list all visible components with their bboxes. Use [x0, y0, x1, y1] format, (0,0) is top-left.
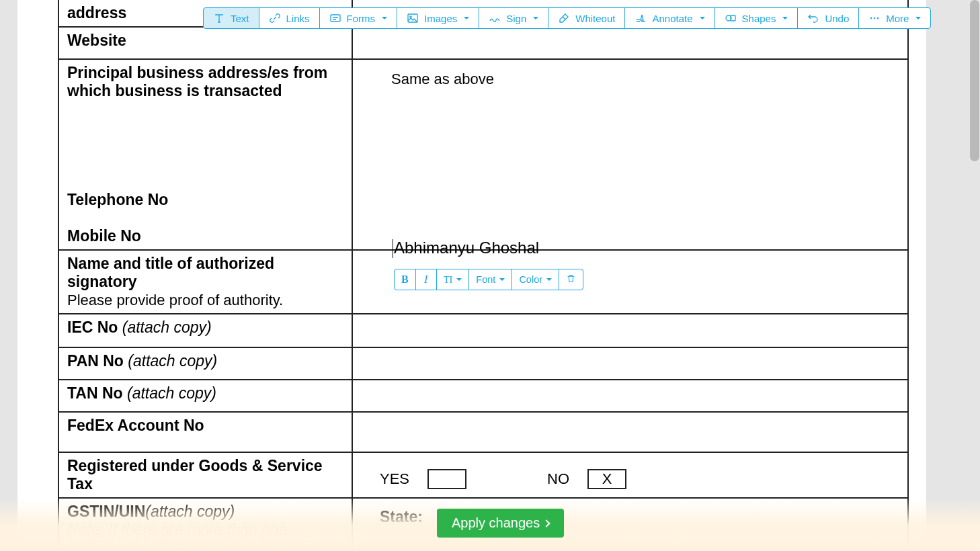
links-label: Links [286, 13, 310, 24]
principal-label-cell: Principal business address/es from which… [58, 59, 352, 250]
chevron-down-icon [533, 17, 538, 19]
signatory-label: Name and title of authorized signatory [67, 255, 274, 290]
apply-changes-button[interactable]: Apply changes [437, 509, 564, 538]
image-icon [407, 12, 419, 24]
yes-label: YES [380, 470, 409, 488]
website-label: Website [58, 27, 352, 59]
gst-label: Registered under Goods & Service Tax [58, 452, 352, 498]
whiteout-label: Whiteout [575, 13, 615, 24]
main-toolbar: Text Links Forms Images Sign [203, 7, 931, 29]
pan-label-cell: PAN No (attach copy) [58, 347, 352, 380]
font-button[interactable]: Font [468, 269, 512, 290]
pan-value[interactable] [352, 347, 908, 380]
links-button[interactable]: Links [259, 7, 320, 29]
more-button[interactable]: More [858, 7, 931, 29]
more-label: More [886, 13, 909, 24]
sign-label: Sign [506, 13, 526, 24]
text-tool-button[interactable]: Text [203, 7, 259, 29]
chevron-right-icon [543, 519, 550, 527]
undo-icon [807, 12, 819, 24]
pan-label: PAN No [67, 352, 128, 370]
fedex-value[interactable] [352, 412, 908, 452]
link-icon [269, 12, 281, 24]
eraser-icon [558, 12, 570, 24]
forms-icon [329, 12, 341, 24]
delete-text-button[interactable] [559, 269, 583, 290]
undo-button[interactable]: Undo [797, 7, 859, 29]
yes-checkbox[interactable] [427, 469, 466, 489]
chevron-down-icon [700, 17, 705, 19]
svg-point-5 [870, 17, 872, 19]
scrollbar[interactable] [970, 0, 979, 161]
tan-label-cell: TAN No (attach copy) [58, 380, 352, 412]
annotate-button[interactable]: Annotate [624, 7, 714, 29]
no-checkbox[interactable]: X [587, 469, 626, 489]
chevron-down-icon [499, 278, 505, 281]
chevron-down-icon [915, 17, 921, 19]
shapes-icon [725, 12, 737, 24]
website-value[interactable] [352, 27, 908, 59]
italic-button[interactable]: I [415, 269, 437, 290]
shapes-button[interactable]: Shapes [714, 7, 799, 29]
table-row: Website [58, 27, 908, 59]
whiteout-button[interactable]: Whiteout [548, 7, 625, 29]
images-label: Images [424, 13, 457, 24]
shapes-label: Shapes [742, 13, 776, 24]
forms-button[interactable]: Forms [319, 7, 398, 29]
svg-rect-0 [331, 15, 340, 22]
principal-value-cell[interactable]: Same as above [352, 59, 908, 250]
table-row: Principal business address/es from which… [58, 59, 908, 250]
bold-icon: B [401, 273, 409, 286]
sign-icon [489, 12, 501, 24]
font-label: Font [476, 274, 495, 285]
mobile-label: Mobile No [67, 227, 141, 245]
iec-label: IEC No [67, 319, 122, 336]
italic-icon: I [424, 273, 427, 286]
text-format-toolbar: B I TI Font Color [394, 269, 583, 290]
principal-value: Same as above [361, 64, 899, 88]
iec-label-cell: IEC No (attach copy) [58, 314, 352, 347]
gstin-note2: Note: If there are more than one GSTIN/U… [67, 521, 315, 551]
signatory-label-cell: Name and title of authorized signatory P… [58, 250, 352, 314]
fedex-label: FedEx Account No [58, 412, 352, 452]
text-icon [213, 12, 225, 24]
no-label: NO [547, 470, 569, 488]
bold-button[interactable]: B [394, 269, 416, 290]
table-row: PAN No (attach copy) [58, 347, 908, 380]
sign-button[interactable]: Sign [479, 7, 548, 29]
chevron-down-icon [546, 278, 552, 281]
apply-label: Apply changes [452, 515, 540, 531]
table-row: FedEx Account No [58, 412, 908, 452]
text-cursor [393, 239, 393, 258]
chevron-down-icon [382, 17, 387, 19]
table-row: Registered under Goods & Service Tax YES… [58, 452, 908, 498]
text-label: Text [231, 13, 249, 24]
text-size-button[interactable]: TI [436, 269, 470, 290]
principal-label: Principal business address/es from which… [67, 64, 343, 100]
more-icon [868, 12, 881, 24]
table-row: TAN No (attach copy) [58, 380, 908, 412]
size-icon: TI [444, 274, 453, 286]
color-button[interactable]: Color [512, 269, 559, 290]
images-button[interactable]: Images [397, 7, 479, 29]
gstin-value-cell[interactable]: State: GSTIN/UI [352, 498, 908, 551]
document-page: Text Links Forms Images Sign [17, 0, 926, 551]
tan-note: (attach copy) [127, 384, 216, 402]
annotate-label: Annotate [652, 13, 692, 24]
gstin-note: (attach copy) [145, 503, 235, 520]
color-label: Color [519, 274, 542, 285]
chevron-down-icon [464, 17, 469, 19]
tan-label: TAN No [67, 384, 127, 402]
signatory-note: Please provide proof of authority. [67, 292, 283, 308]
forms-label: Forms [347, 13, 376, 24]
iec-value[interactable] [352, 314, 908, 347]
tan-value[interactable] [352, 380, 908, 412]
gstin-label-cell: GSTIN/UIN(attach copy) Note: If there ar… [58, 498, 352, 551]
annotate-icon [635, 12, 647, 24]
chevron-down-icon [782, 17, 788, 19]
chevron-down-icon [456, 278, 462, 281]
svg-point-2 [410, 16, 411, 17]
text-edit-field[interactable]: Abhimanyu Ghoshal [394, 239, 539, 257]
undo-label: Undo [825, 13, 849, 24]
pan-note: (attach copy) [128, 352, 217, 370]
